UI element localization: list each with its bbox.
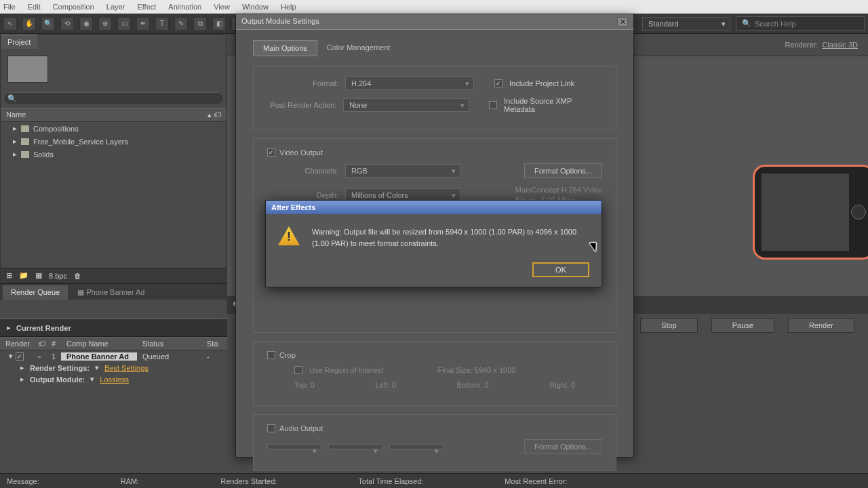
project-folder[interactable]: ▸Compositions	[1, 122, 226, 135]
comp-tab[interactable]: ▦ Phone Banner Ad	[69, 285, 153, 300]
output-module-link[interactable]: Lossless	[100, 375, 129, 384]
tab-color-management[interactable]: Color Management	[317, 40, 400, 56]
comp-icon[interactable]: ▦	[35, 271, 42, 280]
depth-label: Depth:	[267, 191, 338, 199]
warning-icon	[278, 226, 300, 245]
menu-layer[interactable]: Layer	[106, 3, 125, 11]
tab-main-options[interactable]: Main Options	[253, 40, 317, 56]
menu-animation[interactable]: Animation	[168, 3, 201, 11]
format-dropdown[interactable]: H.264	[345, 77, 474, 90]
folder-icon	[21, 125, 29, 132]
post-render-label: Post-Render Action:	[267, 101, 336, 109]
project-list: ▸Compositions ▸Free_Mobile_Service Layer…	[1, 122, 226, 268]
dropdown-icon[interactable]: ▾	[95, 363, 99, 372]
search-icon: 🔍	[742, 19, 751, 28]
audio-channels-dropdown	[389, 444, 443, 449]
render-checkbox[interactable]: ✓	[16, 352, 24, 361]
format-options-button[interactable]: Format Options...	[524, 163, 602, 178]
menu-effect[interactable]: Effect	[137, 3, 156, 11]
eraser-tool[interactable]: ◧	[212, 17, 226, 30]
include-link-checkbox[interactable]: ✓	[494, 79, 502, 87]
status-ram: RAM:	[121, 477, 140, 485]
menu-view[interactable]: View	[214, 3, 230, 11]
render-settings-link[interactable]: Best Settings	[104, 364, 149, 372]
menu-file[interactable]: File	[3, 3, 16, 11]
render-queue-panel: Render Queue ▦ Phone Banner Ad ▸ Current…	[0, 283, 227, 473]
alert-message: Warning: Output file will be resized fro…	[312, 226, 589, 249]
bpc-toggle[interactable]: 8 bpc	[49, 272, 67, 280]
current-render-header[interactable]: ▸ Current Render	[0, 319, 227, 337]
hand-tool[interactable]: ✋	[22, 17, 36, 30]
rect-tool[interactable]: ▭	[117, 17, 131, 30]
project-panel: Project 🔍 Name▴ 🏷 ▸Compositions ▸Free_Mo…	[0, 34, 227, 283]
include-link-label: Include Project Link	[509, 79, 574, 87]
render-item-row[interactable]: ▾ ✓ ▫ 1 Phone Banner Ad Queued -	[0, 350, 227, 362]
alert-ok-button[interactable]: OK	[532, 262, 589, 277]
trash-icon[interactable]: 🗑	[74, 272, 81, 280]
brush-tool[interactable]: ✎	[174, 17, 188, 30]
dropdown-icon[interactable]: ▾	[90, 375, 94, 384]
include-xmp-label: Include Source XMP Metadata	[504, 97, 602, 113]
search-help-input[interactable]: 🔍 Search Help	[736, 16, 865, 30]
renderer-link[interactable]: Classic 3D	[822, 41, 858, 49]
audio-output-checkbox[interactable]	[267, 424, 275, 432]
video-output-checkbox[interactable]: ✓	[267, 148, 275, 157]
menu-bar: File Edit Composition Layer Effect Anima…	[0, 0, 868, 14]
audio-format-options-button: Format Options...	[524, 439, 602, 454]
project-search[interactable]: 🔍	[3, 92, 224, 105]
stop-button[interactable]: Stop	[640, 318, 698, 333]
alert-titlebar[interactable]: After Effects	[266, 201, 601, 214]
phone-home-button	[851, 205, 866, 220]
phone-screen	[762, 174, 849, 251]
audio-depth-dropdown	[328, 444, 382, 449]
channels-dropdown[interactable]: RGB	[345, 164, 460, 178]
folder-icon	[21, 151, 29, 158]
dialog-titlebar[interactable]: Output Module Settings ✕	[236, 14, 633, 30]
output-module-row: ▸ Output Module: ▾ Lossless	[0, 373, 227, 385]
project-tab[interactable]: Project	[1, 35, 37, 49]
zoom-tool[interactable]: 🔍	[41, 17, 55, 30]
final-size: Final Size: 5940 x 1000	[437, 366, 515, 374]
pause-button[interactable]: Pause	[711, 318, 774, 333]
workspace-dropdown[interactable]: Standard	[642, 17, 730, 30]
audio-rate-dropdown	[267, 444, 321, 449]
project-folder[interactable]: ▸Solids	[1, 148, 226, 161]
search-placeholder: Search Help	[755, 20, 796, 28]
close-icon[interactable]: ✕	[617, 17, 628, 26]
render-settings-row: ▸ Render Settings: ▾ Best Settings	[0, 362, 227, 373]
channels-label: Channels:	[267, 167, 338, 175]
text-tool[interactable]: T	[155, 17, 169, 30]
folder-icon	[21, 138, 29, 145]
menu-window[interactable]: Window	[242, 3, 269, 11]
phone-mockup	[753, 165, 868, 260]
menu-edit[interactable]: Edit	[28, 3, 41, 11]
menu-composition[interactable]: Composition	[53, 3, 94, 11]
roi-checkbox	[294, 366, 302, 374]
clone-tool[interactable]: ⧉	[193, 17, 207, 30]
project-folder[interactable]: ▸Free_Mobile_Service Layers	[1, 135, 226, 148]
project-footer: ⊞ 📁 ▦ 8 bpc 🗑	[1, 268, 226, 283]
project-name-header[interactable]: Name▴ 🏷	[1, 108, 226, 122]
post-render-dropdown[interactable]: None	[343, 98, 469, 112]
selection-tool[interactable]: ↖	[3, 17, 17, 30]
warning-alert-dialog: After Effects Warning: Output file will …	[265, 200, 602, 287]
rotate-tool[interactable]: ⟲	[60, 17, 74, 30]
project-thumbnail[interactable]	[7, 56, 48, 83]
menu-help[interactable]: Help	[281, 3, 296, 11]
crop-checkbox[interactable]	[267, 351, 275, 359]
include-xmp-checkbox[interactable]	[489, 101, 497, 109]
folder-icon[interactable]: 📁	[19, 271, 28, 280]
camera-tool[interactable]: ◉	[79, 17, 93, 30]
render-table-header: Render 🏷 # Comp Name Status Sta	[0, 337, 227, 350]
interpret-icon[interactable]: ⊞	[6, 271, 12, 280]
pen-tool[interactable]: ✒	[136, 17, 150, 30]
roi-label: Use Region of Interest	[309, 366, 383, 374]
status-message: Message:	[7, 477, 39, 485]
format-label: Format:	[267, 79, 338, 87]
pan-behind-tool[interactable]: ⊕	[98, 17, 112, 30]
render-queue-tab[interactable]: Render Queue	[3, 285, 68, 300]
render-button[interactable]: Render	[788, 318, 854, 333]
